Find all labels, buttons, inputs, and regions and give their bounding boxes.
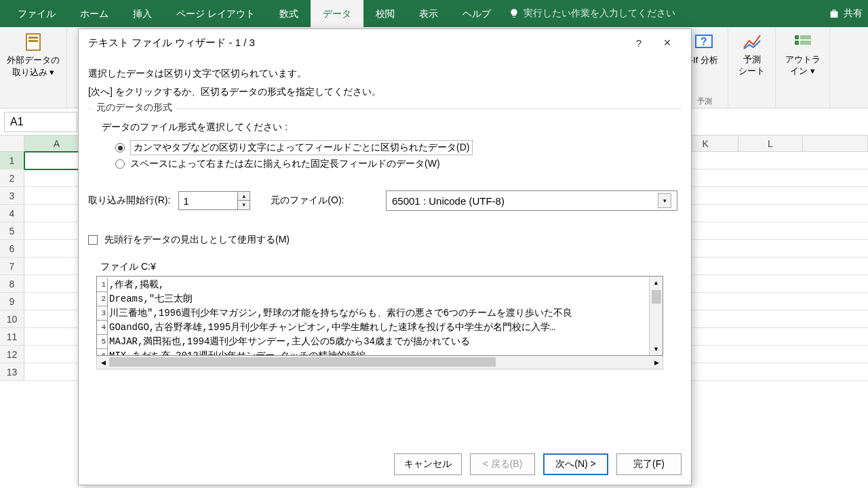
- tab-insert[interactable]: 挿入: [121, 0, 164, 27]
- group-external-data[interactable]: 外部データの 取り込み ▾: [0, 27, 67, 108]
- dialog-desc-2: [次へ] をクリックするか、区切るデータの形式を指定してください。: [88, 83, 682, 101]
- dialog-help-button[interactable]: ?: [625, 33, 653, 53]
- tab-help[interactable]: ヘルプ: [450, 0, 503, 27]
- svg-rect-7: [795, 41, 799, 45]
- preview-line: MAJAR,満田拓也,1994週刊少年サンデー,主人公の5歳から34歳までが描か…: [108, 335, 470, 349]
- row-header[interactable]: 2: [0, 169, 24, 186]
- row-header[interactable]: 11: [0, 328, 24, 345]
- spinner-down[interactable]: ▼: [237, 201, 250, 209]
- whatif-label: -If 分析: [690, 54, 718, 66]
- tab-home[interactable]: ホーム: [68, 0, 121, 27]
- radio-fixedwidth-label: スペースによって右または左に揃えられた固定長フィールドのデータ(W): [130, 158, 440, 170]
- scroll-up-icon[interactable]: ▲: [653, 277, 659, 289]
- bulb-icon: [509, 8, 519, 19]
- svg-rect-6: [800, 35, 811, 39]
- start-row-spinner[interactable]: ▲ ▼: [178, 191, 250, 210]
- finish-button[interactable]: 完了(F): [616, 453, 682, 475]
- row-header[interactable]: 13: [0, 363, 24, 380]
- row-header[interactable]: 5: [0, 222, 24, 239]
- spinner-up[interactable]: ▲: [237, 192, 250, 201]
- tell-me-search[interactable]: 実行したい作業を入力してください: [509, 7, 675, 20]
- start-row-input[interactable]: [179, 195, 237, 207]
- encoding-dropdown-btn[interactable]: ▾: [658, 193, 671, 208]
- header-row-checkbox[interactable]: 先頭行をデータの見出しとして使用する(M): [88, 234, 682, 246]
- row-header[interactable]: 10: [0, 310, 24, 327]
- dialog-desc-1: 選択したデータは区切り文字で区切られています。: [88, 64, 682, 83]
- preview-line: MIX,あだち充,2012週刊少年サンデー,タッチの精神的続編: [108, 349, 366, 355]
- forecast-sheet-label: 予測 シート: [738, 54, 765, 77]
- svg-text:?: ?: [701, 36, 708, 47]
- preview-vscrollbar[interactable]: ▲ ▼: [649, 277, 663, 355]
- encoding-select[interactable]: 65001 : Unicode (UTF-8) ▾: [386, 190, 677, 211]
- preview-hscrollbar[interactable]: ◀ ▶: [96, 356, 663, 369]
- scroll-down-icon[interactable]: ▼: [653, 343, 659, 355]
- radio-fixedwidth-dot: [115, 159, 125, 169]
- row-header[interactable]: 1: [0, 152, 24, 169]
- external-data-icon: [22, 31, 44, 53]
- svg-rect-2: [28, 40, 38, 42]
- scroll-right-icon[interactable]: ▶: [650, 359, 663, 366]
- header-row-label: 先頭行をデータの見出しとして使用する(M): [104, 234, 290, 246]
- col-header-m[interactable]: [803, 136, 868, 151]
- dialog-titlebar: テキスト ファイル ウィザード - 1 / 3 ? ×: [79, 29, 691, 56]
- back-button[interactable]: < 戻る(B): [470, 453, 535, 475]
- col-header-l[interactable]: L: [738, 136, 804, 151]
- forecast-icon: [741, 31, 763, 53]
- row-header[interactable]: 4: [0, 205, 24, 222]
- group-forecast-sheet[interactable]: 予測 シート: [728, 27, 776, 108]
- cancel-button[interactable]: キャンセル: [394, 453, 462, 475]
- preview-line: 川三番地",1996週刊少年マガジン,野球の才能を持ちながらも、素行の悪さで6つ…: [108, 306, 572, 321]
- start-row-label: 取り込み開始行(R):: [88, 195, 170, 207]
- radio-fixedwidth[interactable]: スペースによって右または左に揃えられた固定長フィールドのデータ(W): [115, 158, 679, 170]
- data-format-fieldset: 元のデータの形式 データのファイル形式を選択してください : カンマやタブなどの…: [88, 108, 682, 176]
- row-header[interactable]: 3: [0, 187, 24, 204]
- outline-label: アウトラ イン ▾: [785, 54, 821, 77]
- tab-formulas[interactable]: 数式: [267, 0, 311, 27]
- tab-view[interactable]: 表示: [407, 0, 450, 27]
- svg-rect-1: [28, 37, 38, 39]
- forecast-group-label: 予測: [697, 95, 712, 106]
- preview-content: 1,作者,掲載,2Dreams,"七三太朗3川三番地",1996週刊少年マガジン…: [97, 277, 649, 355]
- svg-rect-8: [800, 41, 811, 45]
- tab-data[interactable]: データ: [311, 0, 363, 27]
- row-header[interactable]: 12: [0, 346, 24, 363]
- share-label: 共有: [844, 7, 863, 20]
- next-button[interactable]: 次へ(N) >: [543, 453, 608, 475]
- vscroll-thumb[interactable]: [652, 290, 661, 304]
- tab-file[interactable]: ファイル: [5, 0, 68, 27]
- row-header[interactable]: 6: [0, 240, 24, 257]
- ribbon-tabs: ファイル ホーム 挿入 ページ レイアウト 数式 データ 校閲 表示 ヘルプ 実…: [0, 0, 868, 27]
- row-header[interactable]: 7: [0, 258, 24, 274]
- preview-line: Dreams,"七三太朗: [108, 292, 193, 306]
- encoding-label: 元のファイル(O):: [271, 195, 344, 207]
- encoding-value: 65001 : Unicode (UTF-8): [392, 195, 505, 207]
- row-header[interactable]: 8: [0, 275, 24, 292]
- preview-box: 1,作者,掲載,2Dreams,"七三太朗3川三番地",1996週刊少年マガジン…: [96, 276, 663, 356]
- share-icon: [829, 8, 840, 19]
- share-button[interactable]: 共有: [829, 7, 863, 20]
- radio-delimited-label: カンマやタブなどの区切り文字によってフィールドごとに区切られたデータ(D): [130, 140, 473, 155]
- checkbox-box: [88, 235, 98, 245]
- whatif-icon: ?: [693, 31, 715, 53]
- external-data-label: 外部データの 取り込み ▾: [7, 54, 60, 78]
- preview-label: ファイル C:¥: [100, 261, 682, 273]
- tell-me-label: 実行したい作業を入力してください: [524, 7, 675, 20]
- dialog-title: テキスト ファイル ウィザード - 1 / 3: [88, 37, 625, 49]
- dialog-close-button[interactable]: ×: [653, 33, 682, 53]
- preview-line: GOandGO,古谷野孝雄,1995月刊少年チャンピオン,中学生離れした速球を投…: [108, 321, 555, 335]
- name-box[interactable]: A1: [4, 112, 77, 132]
- radio-delimited[interactable]: カンマやタブなどの区切り文字によってフィールドごとに区切られたデータ(D): [115, 140, 679, 155]
- group-outline[interactable]: アウトラ イン ▾: [776, 27, 830, 108]
- select-all-corner[interactable]: [0, 136, 24, 152]
- radio-delimited-dot: [115, 143, 125, 152]
- outline-icon: [792, 31, 814, 53]
- dialog-buttons: キャンセル < 戻る(B) 次へ(N) > 完了(F): [79, 441, 691, 485]
- scroll-left-icon[interactable]: ◀: [97, 359, 109, 366]
- tab-review[interactable]: 校閲: [363, 0, 407, 27]
- field-sub-label: データのファイル形式を選択してください :: [102, 121, 679, 134]
- row-header[interactable]: 9: [0, 293, 24, 310]
- hscroll-thumb[interactable]: [109, 357, 496, 367]
- fieldset-legend: 元のデータの形式: [92, 102, 176, 114]
- text-import-wizard-dialog: テキスト ファイル ウィザード - 1 / 3 ? × 選択したデータは区切り文…: [78, 28, 692, 485]
- tab-layout[interactable]: ページ レイアウト: [164, 0, 267, 27]
